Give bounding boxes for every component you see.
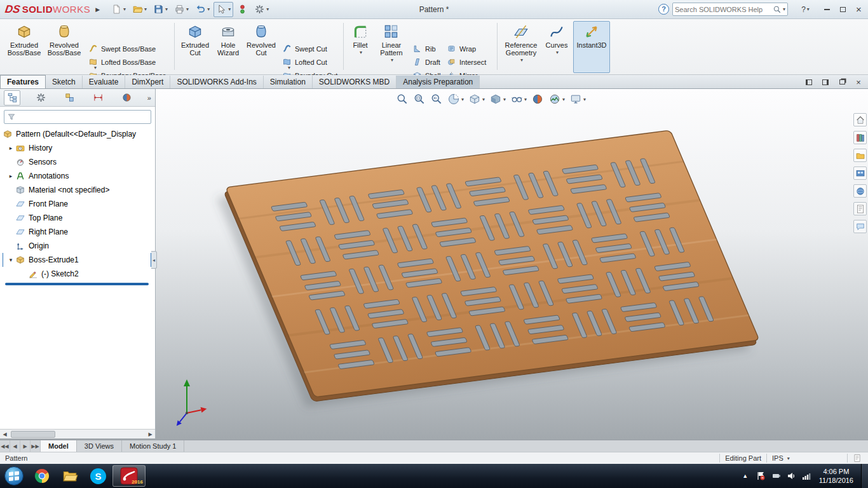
tab-dimxpert[interactable]: DimXpert (125, 76, 170, 88)
options-button[interactable]: ▾ (252, 2, 271, 17)
menu-flyout-arrow-icon[interactable]: ▶ (95, 6, 100, 13)
hole-wizard-button[interactable]: Hole Wizard (213, 21, 243, 73)
dimxpert-manager-tab[interactable] (90, 90, 107, 105)
revolved-boss-button[interactable]: Revolved Boss/Base (44, 21, 84, 73)
help-circle-icon[interactable]: ? (658, 4, 669, 15)
select-button[interactable]: ▾ (214, 2, 233, 17)
tab-sketch[interactable]: Sketch (46, 76, 83, 88)
undo-button[interactable]: ▾ (193, 2, 212, 17)
last-tab-icon[interactable]: ▶▶ (31, 440, 41, 452)
tree-item-annotations[interactable]: ▸Annotations (0, 169, 155, 183)
maximize-button[interactable] (835, 3, 851, 17)
boss-stack-flyout-icon[interactable]: ▾ (94, 65, 97, 71)
tree-item-material[interactable]: Material <not specified> (0, 183, 155, 197)
rebuild-button[interactable] (234, 2, 250, 17)
chrome-taskbar-button[interactable] (29, 465, 55, 487)
zoom-to-fit-button[interactable] (395, 92, 409, 106)
expand-arrow-icon[interactable]: ▸ (6, 145, 15, 151)
solidworks-resources-tab[interactable] (853, 113, 867, 126)
tab-features[interactable]: Features (0, 75, 46, 88)
configuration-manager-tab[interactable] (61, 90, 78, 105)
prev-tab-icon[interactable]: ◀ (10, 440, 20, 452)
appearances-scenes-tab[interactable] (853, 184, 867, 198)
solidworks-taskbar-button[interactable]: 2016 (112, 465, 146, 487)
show-desktop-button[interactable] (861, 464, 868, 488)
motion-study-tab[interactable]: Motion Study 1 (122, 440, 184, 452)
3d-views-tab[interactable]: 3D Views (77, 440, 122, 452)
view-settings-button[interactable]: ▾ (569, 92, 587, 106)
show-hidden-icons-button[interactable]: ▲ (739, 470, 752, 482)
swept-boss-button[interactable]: Swept Boss/Base (86, 42, 172, 55)
skype-taskbar-button[interactable]: S (85, 465, 111, 487)
rollback-bar[interactable] (5, 283, 149, 285)
network-icon[interactable] (800, 470, 813, 482)
next-tab-icon[interactable]: ▶ (20, 440, 31, 452)
edit-appearance-button[interactable] (531, 92, 545, 106)
start-button[interactable] (1, 465, 27, 487)
curves-button[interactable]: Curves▾ (543, 21, 571, 73)
tree-item-sensors[interactable]: Sensors (0, 155, 155, 169)
zoom-to-area-button[interactable] (412, 92, 426, 106)
property-manager-tab[interactable] (32, 90, 49, 105)
filter-input[interactable] (18, 113, 148, 121)
tree-item-origin[interactable]: Origin (0, 239, 155, 253)
swept-cut-button[interactable]: Swept Cut (280, 42, 341, 55)
help-search-box[interactable]: ▾ (672, 3, 788, 16)
custom-properties-tab[interactable] (853, 202, 867, 215)
help-button[interactable]: ?▾ (797, 3, 813, 17)
search-dropdown-icon[interactable]: ▾ (783, 6, 785, 12)
fillet-button[interactable]: Fillet▾ (347, 21, 374, 73)
reference-geometry-button[interactable]: Reference Geometry▾ (501, 21, 541, 73)
feature-manager-tree-tab[interactable] (4, 90, 20, 105)
view-orientation-button[interactable]: ▾ (468, 92, 485, 106)
hide-show-items-button[interactable]: ▾ (510, 92, 527, 106)
tab-evaluate[interactable]: Evaluate (83, 76, 126, 88)
scroll-left-icon[interactable]: ◀ (0, 431, 10, 437)
expand-arrow-icon[interactable]: ▸ (6, 173, 15, 179)
open-button[interactable]: ▾ (130, 2, 149, 17)
file-explorer-tab[interactable] (853, 149, 867, 162)
view-palette-tab[interactable] (853, 166, 867, 180)
save-button[interactable]: ▾ (151, 2, 170, 17)
cut-stack-flyout-icon[interactable]: ▾ (288, 65, 290, 71)
dock-pane-right-button[interactable] (818, 76, 832, 88)
tree-item-boss-extrude1[interactable]: ▾Boss-Extrude1 (0, 253, 155, 267)
collapse-arrow-icon[interactable]: ▾ (6, 257, 15, 263)
tree-item-front-plane[interactable]: Front Plane (0, 197, 155, 211)
scrollbar-thumb[interactable] (11, 431, 55, 438)
panel-horizontal-scrollbar[interactable]: ◀ ▶ (0, 429, 155, 438)
panel-splitter-handle[interactable]: ◂ (151, 251, 157, 269)
intersect-button[interactable]: Intersect (445, 55, 494, 69)
close-document-button[interactable]: × (851, 76, 865, 88)
new-button[interactable]: ▾ (109, 2, 128, 17)
display-style-button[interactable]: ▾ (489, 92, 506, 106)
minimize-button[interactable] (819, 3, 835, 17)
taskbar-clock[interactable]: 4:06 PM 11/18/2016 (819, 467, 853, 485)
search-input[interactable] (675, 6, 773, 13)
previous-view-button[interactable] (430, 92, 444, 106)
search-icon[interactable] (773, 5, 782, 14)
scroll-right-icon[interactable]: ▶ (146, 431, 155, 437)
tab-simulation[interactable]: Simulation (264, 76, 313, 88)
print-button[interactable]: ▾ (172, 2, 191, 17)
tab-solidworks-add-ins[interactable]: SOLIDWORKS Add-Ins (170, 76, 263, 88)
first-tab-icon[interactable]: ◀◀ (0, 440, 10, 452)
linear-pattern-button[interactable]: Linear Pattern▾ (375, 21, 408, 73)
tab-solidworks-mbd[interactable]: SOLIDWORKS MBD (313, 76, 397, 88)
quick-tips-icon[interactable] (853, 454, 862, 463)
volume-icon[interactable] (785, 470, 797, 482)
display-manager-tab[interactable] (119, 90, 135, 105)
rib-button[interactable]: Rib (410, 42, 444, 55)
file-explorer-taskbar-button[interactable] (57, 465, 83, 487)
lofted-boss-button[interactable]: Lofted Boss/Base (86, 55, 172, 69)
units-selector[interactable]: IPS▾ (772, 454, 842, 462)
dock-pane-left-button[interactable] (802, 76, 816, 88)
tree-item-top-plane[interactable]: Top Plane (0, 211, 155, 225)
tree-item-history[interactable]: ▸History (0, 141, 155, 155)
extruded-boss-button[interactable]: Extruded Boss/Base (5, 21, 43, 73)
tree-item-right-plane[interactable]: Right Plane (0, 225, 155, 239)
panel-chevron-icon[interactable]: » (147, 94, 151, 102)
section-view-button[interactable]: ▾ (447, 92, 465, 106)
action-center-flag-icon[interactable] (754, 470, 767, 482)
instant3d-button[interactable]: Instant3D (573, 21, 610, 73)
